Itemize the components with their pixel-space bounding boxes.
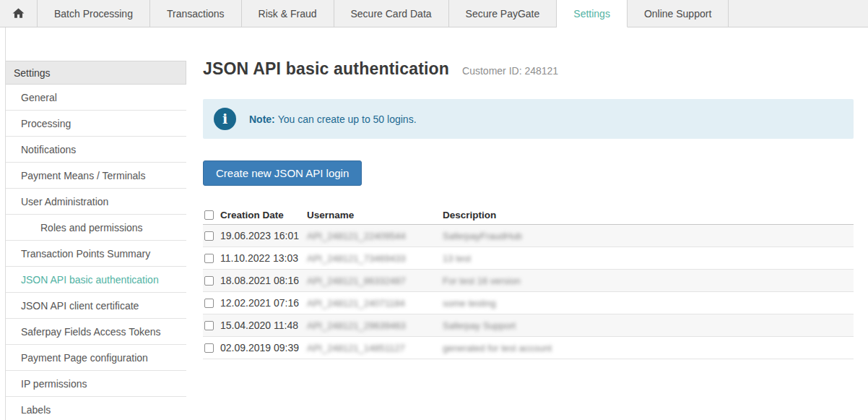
sidebar-item-payment-page-configuration[interactable]: Payment Page configuration bbox=[6, 345, 186, 371]
table-header-row: Creation Date Username Description bbox=[203, 205, 854, 225]
column-header-username: Username bbox=[307, 210, 443, 220]
row-checkbox[interactable] bbox=[204, 321, 214, 330]
username-cell-redacted: API_248121_29639463 bbox=[307, 320, 443, 331]
sidebar-header-settings[interactable]: Settings bbox=[6, 61, 186, 85]
row-checkbox-cell bbox=[203, 276, 220, 286]
row-checkbox[interactable] bbox=[204, 231, 214, 241]
select-all-checkbox[interactable] bbox=[204, 210, 214, 220]
page-title: JSON API basic authentication bbox=[203, 59, 449, 79]
table-row: 19.06.2023 16:01API_248121_22409544Safer… bbox=[203, 225, 854, 247]
sidebar-item-json-api-basic-authentication[interactable]: JSON API basic authentication bbox=[6, 267, 186, 293]
tab-online-support[interactable]: Online Support bbox=[628, 0, 729, 27]
select-all-cell bbox=[203, 210, 220, 220]
description-cell-redacted: 13 test bbox=[443, 253, 854, 264]
column-header-description: Description bbox=[443, 210, 854, 220]
sidebar-item-labels[interactable]: Labels bbox=[6, 397, 186, 420]
note-prefix: Note: bbox=[249, 113, 275, 125]
top-nav-tabs: Batch ProcessingTransactionsRisk & Fraud… bbox=[0, 0, 868, 27]
tab-home[interactable] bbox=[0, 0, 38, 27]
sidebar-item-ip-permissions[interactable]: IP permissions bbox=[6, 371, 186, 397]
table-body: 19.06.2023 16:01API_248121_22409544Safer… bbox=[203, 225, 854, 359]
page-title-row: JSON API basic authentication Customer I… bbox=[203, 59, 558, 79]
username-cell-redacted: API_248121_24071184 bbox=[307, 298, 443, 309]
settings-sidebar: Settings GeneralProcessingNotificationsP… bbox=[5, 27, 186, 420]
sidebar-item-payment-means-terminals[interactable]: Payment Means / Terminals bbox=[6, 163, 186, 189]
sidebar-item-roles-and-permissions[interactable]: Roles and permissions bbox=[6, 215, 186, 241]
description-cell-redacted: generated for test account bbox=[443, 343, 854, 353]
table-row: 12.02.2021 07:16API_248121_24071184some … bbox=[203, 292, 854, 314]
sidebar-item-transaction-points-summary[interactable]: Transaction Points Summary bbox=[6, 241, 186, 267]
description-cell-redacted: Saferpay Support bbox=[443, 320, 854, 331]
sidebar-items: GeneralProcessingNotificationsPayment Me… bbox=[6, 85, 186, 420]
info-icon: i bbox=[214, 108, 236, 130]
sidebar-item-user-administration[interactable]: User Administration bbox=[6, 189, 186, 215]
creation-date-cell: 11.10.2022 13:03 bbox=[220, 252, 307, 264]
create-json-api-login-button[interactable]: Create new JSON API login bbox=[203, 160, 362, 186]
sidebar-item-saferpay-fields-access-tokens[interactable]: Saferpay Fields Access Tokens bbox=[6, 319, 186, 345]
creation-date-cell: 02.09.2019 09:39 bbox=[220, 342, 307, 353]
table-row: 02.09.2019 09:39API_248121_14851127gener… bbox=[203, 337, 854, 359]
sidebar-item-processing[interactable]: Processing bbox=[6, 111, 186, 137]
username-cell-redacted: API_248121_22409544 bbox=[307, 231, 443, 241]
row-checkbox[interactable] bbox=[204, 254, 214, 263]
row-checkbox[interactable] bbox=[204, 276, 214, 286]
description-cell-redacted: some testing bbox=[443, 298, 854, 309]
description-cell-redacted: For test 16 version bbox=[443, 275, 854, 286]
saferpay-backoffice-window: { "topnav": { "home_icon": "home-icon", … bbox=[0, 0, 868, 420]
username-cell-redacted: API_248121_73469433 bbox=[307, 253, 443, 264]
customer-id-label: Customer ID: 248121 bbox=[462, 65, 558, 77]
tab-batch-processing[interactable]: Batch Processing bbox=[38, 0, 150, 27]
note-body: You can create up to 50 logins. bbox=[278, 113, 417, 125]
logins-table: Creation Date Username Description 19.06… bbox=[203, 205, 854, 359]
note-banner: i Note:You can create up to 50 logins. bbox=[203, 99, 854, 139]
row-checkbox[interactable] bbox=[204, 343, 214, 353]
main-content: JSON API basic authentication Customer I… bbox=[203, 27, 854, 420]
creation-date-cell: 19.06.2023 16:01 bbox=[220, 230, 307, 241]
tab-risk-fraud[interactable]: Risk & Fraud bbox=[242, 0, 334, 27]
creation-date-cell: 18.08.2021 08:16 bbox=[220, 275, 307, 286]
column-header-creation-date: Creation Date bbox=[220, 210, 307, 220]
sidebar-item-general[interactable]: General bbox=[6, 85, 186, 111]
creation-date-cell: 15.04.2020 11:48 bbox=[220, 320, 307, 331]
tab-secure-card-data[interactable]: Secure Card Data bbox=[334, 0, 449, 27]
row-checkbox-cell bbox=[203, 299, 220, 308]
tab-transactions[interactable]: Transactions bbox=[150, 0, 242, 27]
tab-settings[interactable]: Settings bbox=[557, 0, 628, 27]
table-row: 18.08.2021 08:16API_248121_86332487For t… bbox=[203, 270, 854, 292]
note-text: Note:You can create up to 50 logins. bbox=[249, 113, 417, 125]
row-checkbox-cell bbox=[203, 254, 220, 263]
row-checkbox-cell bbox=[203, 321, 220, 330]
tab-secure-paygate[interactable]: Secure PayGate bbox=[449, 0, 557, 27]
username-cell-redacted: API_248121_86332487 bbox=[307, 275, 443, 286]
creation-date-cell: 12.02.2021 07:16 bbox=[220, 297, 307, 309]
sidebar-item-json-api-client-certificate[interactable]: JSON API client certificate bbox=[6, 293, 186, 319]
table-row: 11.10.2022 13:03API_248121_7346943313 te… bbox=[203, 247, 854, 270]
home-icon bbox=[12, 7, 25, 20]
top-nav-filler bbox=[729, 0, 868, 27]
row-checkbox[interactable] bbox=[204, 299, 214, 308]
username-cell-redacted: API_248121_14851127 bbox=[307, 343, 443, 353]
row-checkbox-cell bbox=[203, 343, 220, 353]
sidebar-item-notifications[interactable]: Notifications bbox=[6, 137, 186, 163]
table-row: 15.04.2020 11:48API_248121_29639463Safer… bbox=[203, 314, 854, 337]
row-checkbox-cell bbox=[203, 231, 220, 241]
description-cell-redacted: SaferpayFraudHub bbox=[443, 231, 854, 241]
